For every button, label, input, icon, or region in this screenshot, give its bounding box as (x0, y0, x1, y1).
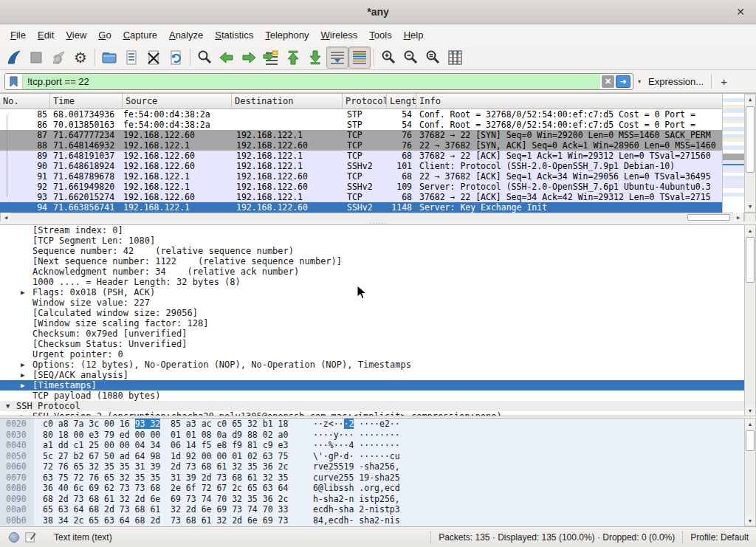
packet-row-88[interactable]: 8871.648146932192.168.122.1192.168.122.6… (0, 140, 744, 151)
reload-file-button[interactable] (165, 47, 187, 69)
hex-bytes[interactable]: 68 2d 73 68 61 32 2d 6e 69 73 74 70 32 3… (43, 494, 288, 505)
hex-ascii[interactable]: h-sha2-n istp256, (313, 494, 400, 505)
column-header-source[interactable]: Source (123, 94, 232, 109)
hex-row[interactable]: 009068 2d 73 68 61 32 2d 6e 69 73 74 70 … (0, 494, 756, 505)
hex-bytes[interactable]: c0 a8 7a 3c 00 16 93 32 85 a3 ac c0 65 3… (43, 419, 288, 430)
expand-icon[interactable]: ▶ (21, 380, 24, 391)
scroll-up-icon[interactable]: ▲ (745, 94, 755, 105)
go-last-packet-button[interactable] (304, 47, 326, 69)
hex-ascii[interactable]: \'·gP·d· ······cu (313, 451, 400, 462)
menu-item-edit[interactable]: Edit (32, 27, 60, 44)
detail-row[interactable]: 1000 .... = Header Length: 32 bytes (8) (0, 277, 744, 287)
find-packet-button[interactable] (193, 47, 216, 69)
open-file-button[interactable] (98, 47, 120, 69)
hex-ascii[interactable]: ····y··· ········ (313, 430, 400, 441)
column-header-destination[interactable]: Destination (232, 94, 343, 109)
scrollbar-thumb[interactable] (687, 214, 730, 221)
close-window-icon[interactable]: ✕ (734, 6, 747, 19)
hex-ascii[interactable]: ··z<···2 ····e2·· (313, 419, 400, 430)
hex-row[interactable]: 008036 40 6c 69 62 73 73 68 2e 6f 72 67 … (0, 483, 756, 494)
column-header-protocol[interactable]: Protocol (343, 94, 387, 109)
go-first-packet-button[interactable] (282, 47, 304, 69)
scroll-up-icon[interactable]: ▲ (745, 225, 755, 235)
hex-ascii[interactable]: ···%···4 ········ (313, 440, 400, 451)
zoom-out-button[interactable] (399, 47, 422, 69)
hex-ascii[interactable]: rve25519 -sha256, (313, 461, 400, 472)
capture-comment-icon[interactable] (25, 531, 36, 543)
hex-row[interactable]: 00505c 27 b2 67 50 ad 64 98 1d 92 00 00 … (0, 451, 756, 462)
expression-button[interactable]: Expression... (645, 76, 711, 87)
menu-item-help[interactable]: Help (398, 27, 430, 44)
packet-row-90[interactable]: 9071.648618924192.168.122.60192.168.122.… (0, 161, 744, 171)
clear-filter-icon[interactable]: ✕ (602, 75, 614, 88)
hex-ascii[interactable]: 84,ecdh- sha2-nis (313, 515, 400, 526)
scrollbar-thumb[interactable] (746, 237, 755, 283)
detail-row[interactable]: [Window size scaling factor: 128] (0, 318, 744, 328)
hex-row[interactable]: 007063 75 72 76 65 32 35 35 31 39 2d 73 … (0, 472, 756, 484)
packet-row-86[interactable]: 8670.013850163fe:54:00:d4:38:2aSTP54Conf… (0, 120, 744, 130)
title-bar[interactable]: *any ✕ (0, 0, 756, 24)
hex-ascii[interactable]: ecdh-sha 2-nistp3 (313, 504, 400, 515)
auto-scroll-toggle[interactable] (326, 47, 348, 69)
detail-row[interactable]: Checksum: 0x79ed [unverified] (0, 328, 744, 339)
menu-item-capture[interactable]: Capture (117, 27, 163, 44)
menu-item-view[interactable]: View (60, 27, 92, 44)
hex-ascii[interactable]: curve255 19-sha25 (313, 472, 400, 484)
display-filter-input[interactable] (23, 74, 600, 89)
start-capture-button[interactable] (3, 47, 25, 69)
scroll-down-icon[interactable]: ▼ (745, 515, 755, 526)
expert-info-icon[interactable] (9, 532, 19, 543)
detail-row[interactable]: ▶Options: (12 bytes), No-Operation (NOP)… (0, 359, 744, 370)
hex-bytes[interactable]: a1 dd c1 25 00 00 04 34 06 14 f5 e8 f9 8… (43, 440, 288, 451)
detail-row[interactable]: Acknowledgment number: 34 (relative ack … (0, 266, 744, 277)
packet-row-85[interactable]: 8568.001734936fe:54:00:d4:38:2aSTP54Conf… (0, 109, 744, 120)
expand-icon[interactable]: ▶ (21, 370, 24, 380)
column-header-no[interactable]: No. (0, 94, 50, 109)
menu-item-wireless[interactable]: Wireless (315, 27, 364, 44)
detail-row[interactable]: TCP payload (1080 bytes) (0, 391, 744, 401)
detail-row[interactable]: [Calculated window size: 29056] (0, 308, 744, 318)
status-profile[interactable]: Profile: Default (690, 532, 749, 543)
filter-bookmark-button[interactable] (5, 74, 23, 89)
zoom-reset-button[interactable] (422, 47, 444, 69)
packet-minimap-scrollbar[interactable] (722, 94, 744, 213)
packet-list-vscrollbar[interactable]: ▲ ▼ (744, 94, 756, 213)
hex-row[interactable]: 0020c0 a8 7a 3c 00 16 93 32 85 a3 ac c0 … (0, 419, 756, 430)
detail-row[interactable]: Sequence number: 42 (relative sequence n… (0, 246, 744, 256)
column-header-time[interactable]: Time (50, 94, 123, 109)
go-forward-button[interactable] (238, 47, 260, 69)
scrollbar-thumb[interactable] (746, 106, 755, 173)
filter-history-dropdown-icon[interactable]: ▾ (633, 78, 645, 85)
hex-vscrollbar[interactable]: ▲ ▼ (744, 418, 756, 526)
hex-bytes[interactable]: 72 76 65 32 35 35 31 39 2d 73 68 61 32 3… (43, 461, 288, 472)
add-filter-button[interactable]: + (712, 75, 736, 88)
scroll-down-icon[interactable]: ▼ (745, 405, 755, 416)
scrollbar-thumb[interactable] (746, 430, 755, 451)
hex-row[interactable]: 006072 76 65 32 35 35 31 39 2d 73 68 61 … (0, 461, 756, 472)
resize-columns-button[interactable] (444, 47, 466, 69)
go-to-packet-button[interactable] (260, 47, 282, 69)
hex-row[interactable]: 00a065 63 64 68 2d 73 68 61 32 2d 6e 69 … (0, 504, 756, 515)
packet-row-89[interactable]: 8971.648191037192.168.122.60192.168.122.… (0, 151, 744, 161)
scroll-up-icon[interactable]: ▲ (745, 419, 755, 429)
detail-row[interactable]: Urgent pointer: 0 (0, 349, 744, 359)
hex-bytes[interactable]: 36 40 6c 69 62 73 73 68 2e 6f 72 67 2c 6… (43, 483, 288, 494)
stop-capture-button[interactable] (25, 47, 47, 69)
menu-item-telephony[interactable]: Telephony (259, 27, 315, 44)
scroll-down-icon[interactable]: ▼ (745, 202, 755, 212)
detail-row[interactable]: Window size value: 227 (0, 297, 744, 308)
menu-item-go[interactable]: Go (92, 27, 117, 44)
detail-row[interactable]: ▶SSH Version 2 (encryption:chacha20-poly… (0, 411, 744, 416)
capture-options-button[interactable]: ⚙ (69, 47, 92, 69)
hex-bytes[interactable]: 63 75 72 76 65 32 35 35 31 39 2d 73 68 6… (43, 472, 288, 484)
packet-row-91[interactable]: 9171.648789678192.168.122.1192.168.122.6… (0, 171, 744, 182)
details-vscrollbar[interactable]: ▲ ▼ (744, 224, 756, 416)
detail-row[interactable]: [Checksum Status: Unverified] (0, 339, 744, 349)
save-file-button[interactable] (120, 47, 142, 69)
packet-row-94[interactable]: 9471.663856741192.168.122.1192.168.122.6… (0, 202, 744, 213)
hex-bytes[interactable]: 65 63 64 68 2d 73 68 61 32 2d 6e 69 73 7… (43, 504, 288, 515)
menu-item-statistics[interactable]: Statistics (209, 27, 259, 44)
packet-row-92[interactable]: 9271.661949820192.168.122.1192.168.122.6… (0, 182, 744, 192)
packet-row-93[interactable]: 9371.662015274192.168.122.60192.168.122.… (0, 192, 744, 202)
detail-row[interactable]: ▼SSH Protocol (0, 401, 744, 411)
